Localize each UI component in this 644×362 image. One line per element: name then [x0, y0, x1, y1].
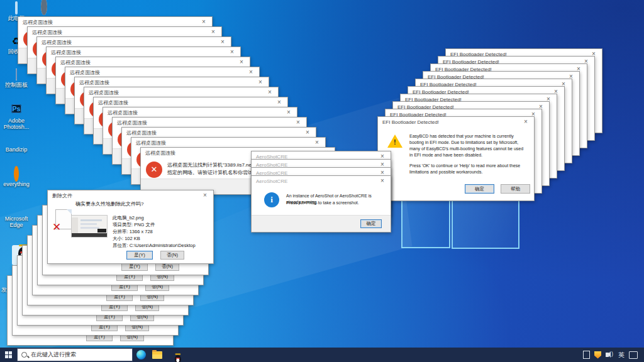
search-placeholder: 在此键入进行搜索	[31, 351, 76, 359]
icon-label: Bandizip	[0, 146, 36, 153]
title-bar: 远程桌面连接×	[103, 107, 297, 118]
warning-icon: !	[387, 134, 402, 148]
thumb-bar	[72, 233, 107, 237]
window-title: 远程桌面连接	[131, 140, 309, 146]
ok-button[interactable]: 确定	[360, 219, 382, 228]
title-bar: EFI Bootloader Detected!×	[378, 117, 534, 127]
file-thumbnail	[71, 215, 108, 238]
help-button[interactable]: 帮助	[501, 184, 530, 194]
this-pc-icon	[15, 3, 18, 14]
icon-label: everything	[0, 181, 36, 187]
thumb-row	[80, 219, 102, 221]
close-icon[interactable]: ×	[197, 190, 213, 200]
warning-exclamation: !	[394, 138, 396, 146]
title-bar: 远程桌面连接×	[75, 77, 269, 87]
desktop-icon-bandizip[interactable]: Bandizip	[0, 134, 36, 153]
close-icon[interactable]: ×	[243, 67, 259, 77]
title-bar: AeroShotCRE×	[252, 176, 391, 186]
aeroshot-line-2: Press Alt+PrtSc to take a screenshot.	[286, 200, 387, 206]
close-icon[interactable]: ×	[271, 97, 287, 107]
close-icon[interactable]: ×	[252, 77, 269, 87]
close-icon[interactable]: ×	[309, 138, 325, 148]
close-icon[interactable]: ×	[290, 118, 306, 128]
red-x-mark: ✕	[52, 222, 61, 233]
desktop: 此电脑 ♻ 回收站 控制面板 Ps Adobe Photosh... Bandi…	[0, 0, 644, 362]
file-red-x-icon: ✕	[55, 209, 72, 229]
window-title: 远程桌面连接	[84, 89, 262, 96]
folder-icon	[152, 351, 162, 359]
desktop-icon-gear-app[interactable]	[24, 1, 64, 13]
window-title: 远程桌面连接	[56, 59, 233, 66]
taskbar-explorer-button[interactable]	[149, 348, 165, 362]
thumb-tag	[97, 229, 106, 233]
title-bar: 远程桌面连接×	[28, 27, 221, 37]
yes-button[interactable]: 是(Y)	[126, 251, 153, 260]
title-bar: 远程桌面连接×	[122, 128, 316, 138]
desktop-icon-photoshop[interactable]: Ps Adobe Photosh...	[0, 101, 36, 130]
taskbar-qq-button[interactable]	[165, 348, 182, 362]
start-button[interactable]	[0, 348, 16, 362]
efi-paragraph-1: EasyBCD has detected that your machine i…	[409, 133, 528, 158]
no-button[interactable]: 否(N)	[160, 251, 184, 260]
window-title: 远程桌面连接	[113, 119, 290, 126]
close-icon[interactable]: ×	[280, 107, 297, 118]
file-origin: 原位置: C:\Users\Administrator\Desktop	[113, 242, 196, 249]
title-bar: 远程桌面连接×	[47, 47, 240, 57]
search-icon	[21, 352, 27, 358]
close-icon[interactable]: ×	[299, 128, 316, 138]
title-bar: 远程桌面连接×	[56, 57, 250, 67]
info-icon: i	[264, 192, 279, 207]
window-title: 远程桌面连接	[103, 109, 280, 116]
photoshop-icon: Ps	[11, 101, 21, 116]
aeroshot-dialog: AeroShotCRE×iAn instance of AeroShot or …	[251, 175, 391, 233]
file-resolution: 分辨率: 1366 x 728	[113, 228, 153, 235]
title-bar: 远程桌面连接×	[65, 67, 259, 77]
window-title: 远程桌面连接	[37, 39, 214, 46]
file-size: 大小: 102 KB	[113, 235, 140, 242]
close-icon[interactable]: ×	[196, 17, 212, 27]
taskbar-edge-button[interactable]	[133, 348, 149, 362]
file-type: 项目类型: PNG 文件	[113, 221, 155, 228]
efi-paragraph-2: Press 'OK' to continue or 'Help' to read…	[409, 163, 528, 175]
taskbar-search-box[interactable]: 在此键入进行搜索	[17, 348, 133, 361]
close-icon[interactable]: ×	[374, 176, 391, 186]
close-icon[interactable]: ×	[518, 117, 534, 127]
window-title: 远程桌面连接	[28, 29, 205, 36]
desktop-icon-edge[interactable]: Microsoft Edge	[0, 203, 36, 228]
system-tray: 英	[583, 351, 644, 359]
close-icon[interactable]: ×	[224, 47, 240, 57]
title-bar: 远程桌面连接×	[94, 97, 287, 107]
action-center-icon[interactable]	[629, 351, 638, 359]
delete-question: 确实要永久性地删除此文件吗?	[75, 200, 201, 208]
window-title: 删除文件	[48, 192, 197, 199]
window-title: 远程桌面连接	[75, 79, 252, 86]
title-bar: 远程桌面连接×	[131, 138, 325, 148]
security-shield-icon[interactable]	[594, 351, 601, 359]
speaker-icon[interactable]	[606, 353, 609, 357]
efi-bootloader-dialog: EFI Bootloader Detected!×!EasyBCD has de…	[377, 116, 535, 201]
icon-label: Microsoft Edge	[0, 216, 35, 228]
everything-icon	[14, 168, 19, 180]
close-icon[interactable]: ×	[214, 37, 231, 47]
title-bar: 远程桌面连接×	[37, 37, 231, 47]
control-panel-icon	[16, 69, 17, 80]
document-tray-icon[interactable]	[583, 351, 590, 359]
error-icon: ✕	[146, 162, 162, 178]
thumb-sidebar	[72, 217, 78, 233]
hidden-icon-label-fragment: 发	[1, 286, 7, 294]
close-icon[interactable]: ×	[233, 57, 250, 67]
title-bar: 删除文件×	[48, 190, 213, 200]
close-icon[interactable]: ×	[262, 87, 278, 97]
title-bar: 远程桌面连接×	[84, 87, 278, 97]
taskbar: 在此键入进行搜索 英	[0, 348, 644, 362]
ime-language-indicator[interactable]: 英	[618, 351, 625, 359]
fold-corner	[67, 209, 72, 214]
window-title: 远程桌面连接	[18, 19, 196, 26]
title-bar: 远程桌面连接×	[18, 17, 212, 27]
thumb-row	[80, 227, 99, 229]
desktop-icon-everything[interactable]: everything	[0, 168, 36, 187]
window-title: AeroShotCRE	[252, 178, 374, 184]
window-title: 远程桌面连接	[94, 99, 271, 106]
ok-button[interactable]: 确定	[465, 184, 494, 194]
close-icon[interactable]: ×	[205, 27, 221, 37]
